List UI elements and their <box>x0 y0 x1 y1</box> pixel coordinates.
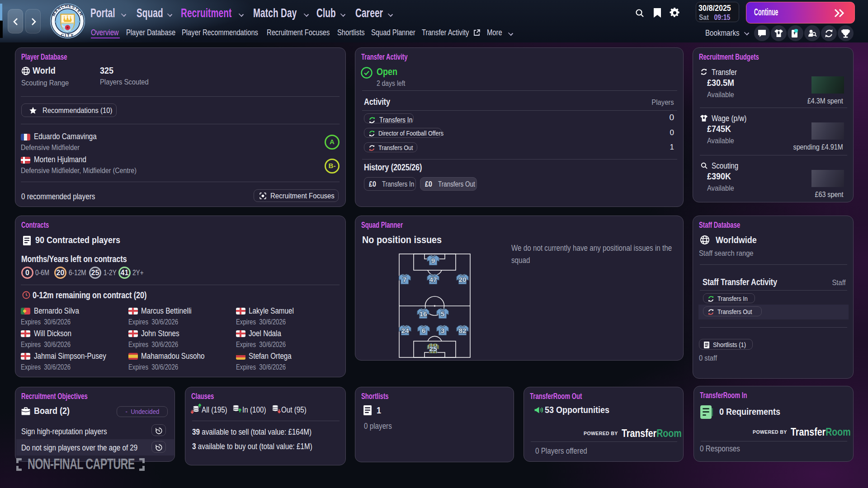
svg-text:16: 16 <box>419 310 427 318</box>
svg-text:9: 9 <box>431 257 435 264</box>
svg-text:94: 94 <box>77 20 80 23</box>
svg-text:CITY: CITY <box>61 33 75 38</box>
svg-text:3: 3 <box>441 327 445 334</box>
svg-text:7: 7 <box>403 276 407 283</box>
svg-text:24: 24 <box>401 327 409 334</box>
svg-text:18: 18 <box>55 20 58 23</box>
svg-text:6: 6 <box>422 327 426 334</box>
svg-text:82: 82 <box>458 327 466 334</box>
svg-text:47: 47 <box>429 276 437 283</box>
svg-text:20: 20 <box>458 276 466 283</box>
svg-text:5: 5 <box>441 310 445 318</box>
svg-text:25: 25 <box>429 345 437 352</box>
